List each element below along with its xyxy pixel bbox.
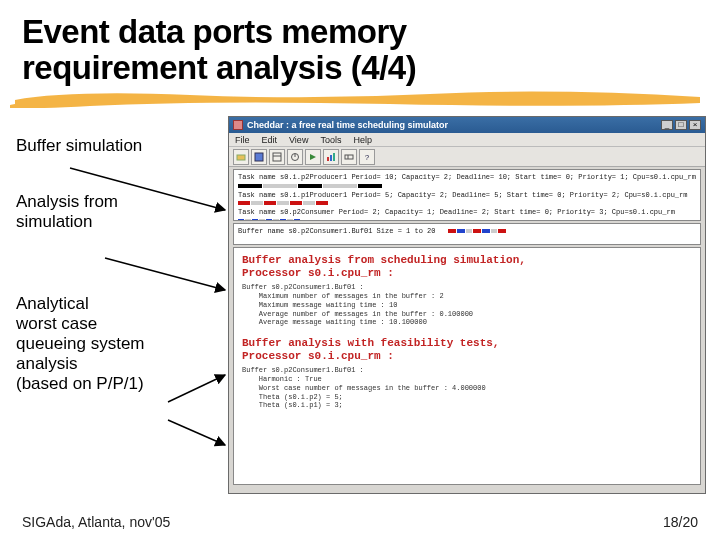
chart-icon[interactable] — [323, 149, 339, 165]
label-analysis-from-sim-l1: Analysis from — [16, 192, 118, 211]
svg-rect-4 — [237, 155, 245, 160]
results-pane: Buffer analysis from scheduling simulati… — [233, 247, 701, 485]
menu-view[interactable]: View — [289, 135, 308, 145]
sched-icon[interactable] — [287, 149, 303, 165]
results-body-1: Buffer s0.p2Consumer1.Buf01 : Maximum nu… — [242, 283, 692, 327]
svg-rect-12 — [330, 155, 332, 161]
open-icon[interactable] — [233, 149, 249, 165]
close-button[interactable]: × — [689, 120, 701, 130]
task-row-1: Task name s0.i.p2Producer1 Period= 10; C… — [238, 173, 696, 182]
svg-rect-11 — [327, 157, 329, 161]
minimize-button[interactable]: _ — [661, 120, 673, 130]
tasks-icon[interactable] — [269, 149, 285, 165]
label-analysis-from-sim: Analysis from simulation — [16, 192, 216, 232]
results-h2-l2: Processor s0.i.cpu_rm : — [242, 350, 394, 362]
task-row-2: Task name s0.i.p1Producer1 Period= 5; Ca… — [238, 191, 696, 200]
menu-tools[interactable]: Tools — [320, 135, 341, 145]
svg-marker-10 — [310, 154, 316, 160]
label-analytical-l2: worst case — [16, 314, 97, 333]
window-titlebar: Cheddar : a free real time scheduling si… — [229, 117, 705, 133]
task-gantt-3 — [238, 217, 696, 221]
label-analytical: Analytical worst case queueing system an… — [16, 294, 216, 394]
menu-bar: File Edit View Tools Help — [229, 133, 705, 147]
label-buffer-simulation: Buffer simulation — [16, 136, 216, 156]
title-line2: requirement analysis (4/4) — [22, 49, 416, 86]
task-gantt-1 — [238, 182, 696, 191]
label-analysis-from-sim-l2: simulation — [16, 212, 93, 231]
menu-edit[interactable]: Edit — [262, 135, 278, 145]
buffer-line-text: Buffer name s0.p2Consumer1.Buf01 Size = … — [238, 227, 435, 235]
app-icon — [233, 120, 243, 130]
label-analytical-l3: queueing system — [16, 334, 145, 353]
results-h1-l1: Buffer analysis from scheduling simulati… — [242, 254, 526, 266]
slide-footer: SIGAda, Atlanta, nov'05 18/20 — [22, 514, 698, 530]
maximize-button[interactable]: □ — [675, 120, 687, 130]
menu-help[interactable]: Help — [353, 135, 372, 145]
brush-underline — [10, 86, 710, 108]
buffer-icon[interactable] — [341, 149, 357, 165]
window-title: Cheddar : a free real time scheduling si… — [247, 120, 448, 130]
label-column: Buffer simulation Analysis from simulati… — [16, 130, 216, 430]
title-line1: Event data ports memory — [22, 13, 407, 50]
label-analytical-l1: Analytical — [16, 294, 89, 313]
svg-rect-6 — [273, 153, 281, 161]
svg-text:?: ? — [365, 153, 370, 162]
buffer-pane: Buffer name s0.p2Consumer1.Buf01 Size = … — [233, 223, 701, 245]
task-row-3: Task name s0.p2Consumer Period= 2; Capac… — [238, 208, 696, 217]
svg-rect-14 — [345, 155, 353, 159]
save-icon[interactable] — [251, 149, 267, 165]
footer-right: 18/20 — [663, 514, 698, 530]
results-heading-2: Buffer analysis with feasibility tests, … — [242, 337, 692, 362]
svg-rect-5 — [255, 153, 263, 161]
task-gantt-2 — [238, 199, 696, 208]
results-h1-l2: Processor s0.i.cpu_rm : — [242, 267, 394, 279]
toolbar: ? — [229, 147, 705, 167]
label-analytical-l4: analysis — [16, 354, 77, 373]
sim-icon[interactable] — [305, 149, 321, 165]
slide-title: Event data ports memory requirement anal… — [22, 14, 698, 85]
label-analytical-l5: (based on P/P/1) — [16, 374, 144, 393]
results-body-2: Buffer s0.p2Consumer1.Buf01 : Harmonic :… — [242, 366, 692, 410]
results-heading-1: Buffer analysis from scheduling simulati… — [242, 254, 692, 279]
footer-left: SIGAda, Atlanta, nov'05 — [22, 514, 170, 530]
svg-rect-13 — [333, 153, 335, 161]
cheddar-window: Cheddar : a free real time scheduling si… — [228, 116, 706, 494]
tasks-pane: Task name s0.i.p2Producer1 Period= 10; C… — [233, 169, 701, 221]
buffer-line: Buffer name s0.p2Consumer1.Buf01 Size = … — [238, 227, 696, 236]
help-icon[interactable]: ? — [359, 149, 375, 165]
menu-file[interactable]: File — [235, 135, 250, 145]
results-h2-l1: Buffer analysis with feasibility tests, — [242, 337, 499, 349]
